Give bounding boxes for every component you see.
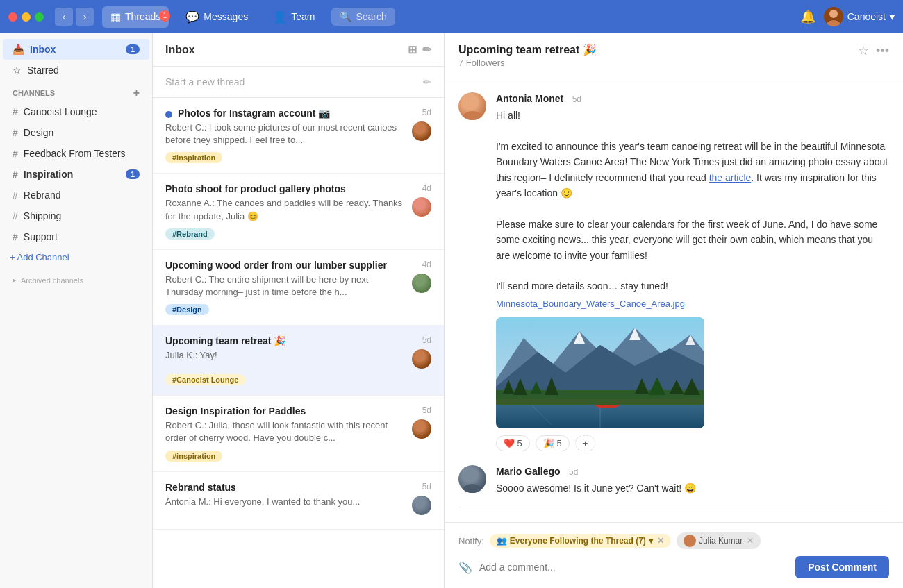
avatar <box>458 92 486 120</box>
thread-avatar <box>412 121 431 141</box>
message-author: Antonia Monet <box>496 93 563 104</box>
window-controls <box>8 12 44 22</box>
sidebar: 📥 Inbox 1 ☆ Starred Channels + # Canoeis… <box>0 33 153 588</box>
svg-point-1 <box>827 20 840 26</box>
sidebar-item-support[interactable]: # Support <box>3 226 149 247</box>
notify-group-tag[interactable]: 👥 Everyone Following the Thread (7) ▾ ✕ <box>490 534 671 548</box>
hash-icon: # <box>13 148 18 159</box>
channel-label: Feedback From Testers <box>24 148 126 159</box>
thread-preview: Antonia M.: Hi everyone, I wanted to tha… <box>165 496 406 508</box>
add-channel-icon[interactable]: + <box>133 87 140 99</box>
chevron-down-icon: ▾ <box>649 536 653 546</box>
thread-list-actions: ⊞ ✏ <box>408 43 431 56</box>
team-icon: 👤 <box>273 10 287 24</box>
message-block: Mario Gallego 5d Soooo awesome! Is it Ju… <box>458 465 889 496</box>
sidebar-item-rebrand[interactable]: # Rebrand <box>3 185 149 205</box>
thread-time: 4d <box>422 183 431 193</box>
thread-item[interactable]: Upcoming wood order from our lumber supp… <box>153 250 444 326</box>
thread-tag: #Canoeist Lounge <box>165 374 245 385</box>
comment-area: Notify: 👥 Everyone Following the Thread … <box>445 522 903 588</box>
filter-icon[interactable]: ⊞ <box>408 43 417 56</box>
article-link[interactable]: the article <box>709 172 752 183</box>
svg-point-3 <box>463 111 482 120</box>
thread-preview: Robert C.: Julia, those will look fantas… <box>165 419 406 444</box>
star-button[interactable]: ☆ <box>858 43 869 58</box>
thread-item[interactable]: Design Inspiration for Paddles 5d Robert… <box>153 396 444 471</box>
user-menu[interactable]: Canoeist ▾ <box>824 7 895 26</box>
reaction-party-button[interactable]: 🎉 5 <box>536 435 570 451</box>
thread-item[interactable]: Photo shoot for product gallery photos 4… <box>153 174 444 249</box>
thread-preview: Robert C.: I took some pictures of our m… <box>165 121 406 146</box>
user-name: Canoeist <box>847 11 886 22</box>
notifications-icon[interactable]: 🔔 <box>800 9 815 24</box>
search-icon: 🔍 <box>340 11 351 22</box>
thread-tag: #inspiration <box>165 451 222 462</box>
reaction-heart-button[interactable]: ❤️ 5 <box>496 435 530 451</box>
add-channel-button[interactable]: + Add Channel <box>0 247 152 267</box>
thread-title: Upcoming team retreat 🎉 <box>165 335 285 346</box>
user-avatar <box>824 7 843 26</box>
message-time: 5d <box>569 467 578 477</box>
thread-item[interactable]: Rebrand status 5d Antonia M.: Hi everyon… <box>153 472 444 530</box>
inbox-badge: 1 <box>126 44 140 54</box>
forward-button[interactable]: › <box>76 8 94 26</box>
svg-point-26 <box>463 484 482 493</box>
thread-tag: #inspiration <box>165 152 222 163</box>
detail-header: Upcoming team retreat 🎉 7 Followers ☆ ••… <box>445 33 903 78</box>
avatar <box>458 465 486 493</box>
svg-point-25 <box>466 469 479 481</box>
new-thread-button[interactable]: Start a new thread ✏ <box>153 67 444 98</box>
tab-messages[interactable]: 💬 Messages <box>177 6 256 28</box>
tab-threads[interactable]: ▦ Threads 1 <box>102 6 169 28</box>
inspiration-badge: 1 <box>126 169 140 179</box>
add-reaction-button[interactable]: + <box>575 435 596 451</box>
hash-icon: # <box>13 190 18 201</box>
thread-list-title: Inbox <box>165 44 195 56</box>
more-options-button[interactable]: ••• <box>876 44 889 58</box>
new-thread-label: Start a new thread <box>165 76 245 87</box>
search-area[interactable]: 🔍 Search <box>331 8 395 26</box>
minimize-window-button[interactable] <box>22 12 31 22</box>
message-text: Soooo awesome! Is it June yet? Can't wai… <box>496 480 889 496</box>
archived-channels-section[interactable]: ▸ Archived channels <box>0 267 152 287</box>
close-window-button[interactable] <box>8 12 17 22</box>
sidebar-item-feedback[interactable]: # Feedback From Testers <box>3 143 149 164</box>
sidebar-item-canoeist-lounge[interactable]: # Canoeist Lounge <box>3 101 149 122</box>
thread-preview: Robert C.: The entire shipment will be h… <box>165 274 406 299</box>
hash-icon: # <box>13 231 18 242</box>
message-block: Antonia Monet 5d Hi all! I'm excited to … <box>458 92 889 451</box>
thread-item[interactable]: Photos for Instagram account 📷 5d Robert… <box>153 98 444 174</box>
sidebar-item-design[interactable]: # Design <box>3 122 149 143</box>
thread-time: 5d <box>422 405 431 415</box>
notify-group-label: Everyone Following the Thread (7) <box>510 536 646 546</box>
sidebar-item-inspiration[interactable]: # Inspiration 1 <box>3 164 149 185</box>
comment-input[interactable] <box>479 562 788 573</box>
back-button[interactable]: ‹ <box>55 8 73 26</box>
tab-team[interactable]: 👤 Team <box>265 6 323 28</box>
file-link[interactable]: Minnesota_Boundary_Waters_Canoe_Area.jpg <box>496 299 889 309</box>
channel-label: Inspiration <box>24 169 74 180</box>
message-text: Hi all! I'm excited to announce this yea… <box>496 108 889 294</box>
message-content: Antonia Monet 5d Hi all! I'm excited to … <box>496 92 889 451</box>
threads-icon: ▦ <box>110 10 121 24</box>
detail-followers: 7 Followers <box>458 58 597 68</box>
thread-title: Design Inspiration for Paddles <box>165 405 306 417</box>
message-author: Mario Gallego <box>496 466 561 477</box>
remove-person-button[interactable]: ✕ <box>747 536 754 546</box>
thread-tag: #Rebrand <box>165 228 215 240</box>
sidebar-item-inbox[interactable]: 📥 Inbox 1 <box>3 39 149 60</box>
person-avatar <box>684 535 696 547</box>
title-bar: ‹ › ▦ Threads 1 💬 Messages 👤 Team 🔍 Sear… <box>0 0 903 33</box>
remove-group-button[interactable]: ✕ <box>657 536 664 546</box>
thread-time: 5d <box>422 335 431 345</box>
attach-icon[interactable]: 📎 <box>458 561 472 574</box>
thread-item[interactable]: Upcoming team retreat 🎉 5d Julia K.: Yay… <box>153 326 444 396</box>
compose-icon[interactable]: ✏ <box>422 43 431 56</box>
maximize-window-button[interactable] <box>35 12 44 22</box>
threads-badge: 1 <box>159 10 170 22</box>
hash-icon: # <box>13 127 18 138</box>
post-comment-button[interactable]: Post Comment <box>795 556 889 578</box>
sidebar-item-starred[interactable]: ☆ Starred <box>3 60 149 81</box>
sidebar-item-shipping[interactable]: # Shipping <box>3 205 149 226</box>
notify-person-tag[interactable]: Julia Kumar ✕ <box>677 532 761 549</box>
